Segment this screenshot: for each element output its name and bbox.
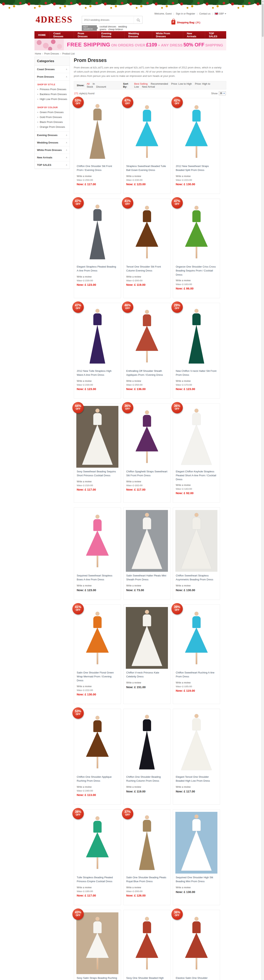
product-title[interactable]: Tulle Strapless Beading Pleated Princess…: [77, 875, 118, 884]
chevron-down-icon[interactable]: [224, 13, 226, 14]
product-title[interactable]: Sexy Satin Straps Beading Ruching A-line…: [77, 976, 118, 980]
write-review-link[interactable]: Write a review: [176, 584, 191, 587]
write-review-link[interactable]: Write a review: [176, 484, 191, 487]
sidebar-subcategory[interactable]: Black Prom Dresses: [37, 119, 67, 124]
product-title[interactable]: Organze One Shoulder Criss Cross Beading…: [176, 265, 217, 277]
product-title[interactable]: Enthralling Off Shoulder Sheath Applique…: [126, 369, 168, 377]
product-image[interactable]: [126, 711, 168, 773]
sidebar-subcategory[interactable]: Orange Prom Dresses: [37, 124, 67, 129]
product-image[interactable]: [76, 100, 119, 162]
product-title[interactable]: Satin Sweetheart Halter Pleats Mini Shea…: [126, 574, 168, 582]
contact-link[interactable]: Contact us: [199, 12, 210, 15]
nav-item[interactable]: White Prom Dresses: [152, 31, 183, 38]
filter-show-option[interactable]: All: [87, 82, 89, 85]
chevron-up-icon[interactable]: ∧: [66, 134, 67, 137]
chevron-up-icon[interactable]: ∧: [66, 156, 67, 159]
product-image[interactable]: [175, 305, 217, 367]
product-title[interactable]: 2012 New Tulle Strapless High Waist A-li…: [77, 369, 118, 377]
product-title[interactable]: Chiffon One Shoulder Beading Ruching Col…: [126, 775, 168, 783]
filter-show-option[interactable]: Discount: [96, 85, 106, 88]
product-image[interactable]: [76, 607, 119, 669]
chevron-up-icon[interactable]: ∧: [66, 141, 67, 144]
product-title[interactable]: Sequined Sweetheart Strapless Bows A-lin…: [77, 574, 118, 582]
sidebar-subcategory[interactable]: Green Prom Dresses: [37, 110, 67, 115]
sidebar-category[interactable]: Prom Dresses ∧: [35, 73, 70, 81]
hot-search-link[interactable]: cheap bridesn: [108, 28, 123, 31]
filter-sort-option[interactable]: Price: Low to High: [171, 82, 192, 85]
write-review-link[interactable]: Write a review: [126, 380, 141, 382]
product-image[interactable]: [175, 100, 217, 162]
product-image[interactable]: [175, 711, 217, 773]
product-title[interactable]: Sequined One Shoulder High Slit Beading …: [176, 875, 217, 884]
write-review-link[interactable]: Write a review: [126, 275, 141, 278]
nav-item[interactable]: Evening Dresses: [98, 31, 125, 38]
nav-item[interactable]: TOP SALES: [205, 31, 226, 38]
write-review-link[interactable]: Write a review: [126, 681, 141, 684]
search-input[interactable]: [82, 16, 134, 24]
signin-link[interactable]: Sign in or Register: [176, 12, 195, 15]
product-title[interactable]: New Chiffon V-neck Halter Slit Front Pro…: [176, 369, 217, 377]
scroll-up-icon[interactable]: ▲: [261, 0, 264, 3]
product-image[interactable]: [126, 912, 168, 974]
product-title[interactable]: 2012 New Sweetheart Straps Beaded Split …: [176, 164, 217, 172]
product-image[interactable]: [76, 510, 119, 572]
write-review-link[interactable]: Write a review: [176, 175, 191, 178]
chevron-up-icon[interactable]: ∧: [66, 68, 67, 70]
product-title[interactable]: Elastice Satin One Shoulder Beaded Split…: [176, 976, 217, 980]
product-image[interactable]: [126, 100, 168, 162]
breadcrumb-link[interactable]: Prom Dresses: [44, 52, 59, 55]
shopping-bag[interactable]: Shopping Bag: ( 0 ): [171, 20, 200, 24]
sidebar-category[interactable]: Coast Dresses ∧: [35, 66, 70, 73]
sidebar-subcategory[interactable]: Princess Prom Dresses: [37, 87, 67, 92]
write-review-link[interactable]: Write a review: [126, 175, 141, 178]
sidebar-category[interactable]: TOP SALES ∧: [35, 161, 70, 169]
breadcrumb-link[interactable]: Home: [35, 52, 41, 55]
breadcrumb-link[interactable]: Product List: [62, 52, 74, 55]
site-logo[interactable]: 4DRESS: [36, 14, 73, 25]
per-page-select[interactable]: 36: [219, 91, 226, 95]
product-image[interactable]: [76, 812, 119, 873]
product-title[interactable]: Sexy One Shoulder Beaded High Slit A-lin…: [126, 976, 168, 980]
product-title[interactable]: Elegant Tencel One Shoulder Beaded High …: [176, 775, 217, 783]
chevron-up-icon[interactable]: ∧: [66, 164, 67, 166]
promo-banner[interactable]: FREE SHIPPING ON ORDERS OVER £109 + ANY …: [35, 39, 226, 50]
nav-item[interactable]: Coast Dresses: [50, 31, 74, 38]
product-title[interactable]: Chiffon Sweetheart Ruching A-line Prom D…: [176, 671, 217, 679]
product-image[interactable]: [126, 406, 168, 468]
nav-item[interactable]: HOME: [35, 31, 50, 38]
nav-item[interactable]: Prom Dresses: [74, 31, 98, 38]
filter-sort-option[interactable]: New Arrival: [142, 85, 155, 88]
write-review-link[interactable]: Write a review: [77, 480, 92, 483]
sidebar-subcategory[interactable]: High Low Prom Dresses: [37, 97, 67, 102]
product-title[interactable]: Elegant Chiffon Keyhole Strapless Pleate…: [176, 469, 217, 481]
product-title[interactable]: Chiffon One Shoulder Applique Ruching Pr…: [77, 775, 118, 783]
filter-sort-option[interactable]: Recommended: [151, 82, 168, 85]
product-image[interactable]: [126, 607, 168, 669]
product-title[interactable]: Strapless Sweetheart Beaded Tulle Ball G…: [126, 164, 168, 172]
nav-item[interactable]: New Arrivals: [183, 31, 205, 38]
product-title[interactable]: Satin One Shoulder Floral Green Wrap Mer…: [77, 671, 118, 682]
product-image[interactable]: [175, 510, 217, 572]
product-title[interactable]: Chiffon V-neck Princess Kate Celebrity D…: [126, 671, 168, 679]
sidebar-subcategory[interactable]: Backless Prom Dresses: [37, 92, 67, 97]
product-image[interactable]: [126, 305, 168, 367]
write-review-link[interactable]: Write a review: [77, 584, 92, 587]
sidebar-category[interactable]: Evening Dresses ∧: [35, 132, 70, 139]
write-review-link[interactable]: Write a review: [77, 685, 92, 688]
product-image[interactable]: [175, 812, 217, 873]
write-review-link[interactable]: Write a review: [77, 175, 92, 178]
chevron-up-icon[interactable]: ∧: [66, 149, 67, 151]
write-review-link[interactable]: Write a review: [77, 786, 92, 788]
scrollbar[interactable]: ▲ ▼: [261, 0, 264, 980]
sidebar-category[interactable]: White Prom Dresses ∧: [35, 146, 70, 154]
sidebar-category[interactable]: New Arrivals ∧: [35, 154, 70, 161]
product-image[interactable]: [175, 607, 217, 669]
write-review-link[interactable]: Write a review: [176, 681, 191, 684]
product-title[interactable]: Chiffon Spaghetti Straps Sweetheart Slit…: [126, 469, 168, 478]
hot-search-link[interactable]: cocktail dresses: [100, 25, 116, 28]
product-image[interactable]: [175, 912, 217, 974]
sidebar-subcategory[interactable]: Gold Prom Dresses: [37, 115, 67, 119]
product-image[interactable]: [126, 510, 168, 572]
product-title[interactable]: Satin One Shoulder Beading Pleats Royal …: [126, 875, 168, 884]
write-review-link[interactable]: Write a review: [176, 886, 191, 889]
